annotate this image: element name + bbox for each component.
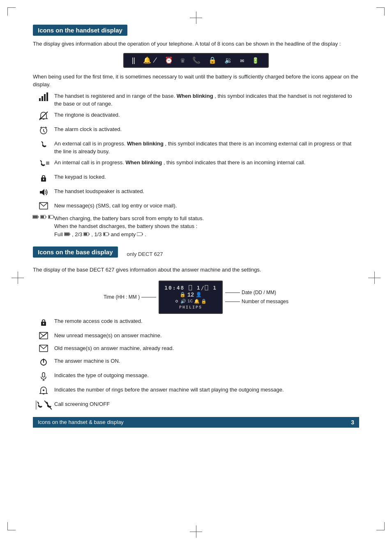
call-screen-on-icon	[35, 401, 43, 410]
person-icon-screen: 👤	[196, 292, 202, 298]
internal-call-icon-cell	[33, 159, 54, 170]
signal-desc: The handset is registered and in range o…	[54, 92, 359, 108]
battery-states	[32, 215, 55, 219]
corner-mark-tl	[7, 7, 16, 16]
svg-rect-22	[46, 216, 46, 217]
handset-section: Icons on the handset display The display…	[33, 25, 359, 238]
time-arrow-line	[141, 297, 156, 297]
handset-icon-bar: ‖ 🔔̸ ⏰ ☏ 📞 🔒 🔉 ✉ 🔋	[33, 53, 359, 68]
battery-icon-3	[48, 215, 55, 219]
messages-label-row: Number of messages	[225, 299, 288, 304]
lock2-icon-screen: 🔒	[201, 299, 207, 304]
base-icon-row-power: The answer machine is ON.	[33, 357, 359, 368]
handset-icon-row-alarm: The alarm clock is activated.	[33, 125, 359, 137]
base-envelope-old-icon	[39, 345, 48, 352]
num-1-screen: 12	[187, 292, 194, 298]
keypad-lock-icon	[39, 173, 48, 182]
page: Icons on the handset display The display…	[0, 0, 392, 555]
battery-icon-1	[32, 215, 39, 219]
power-icon-screen: ⭘	[175, 299, 179, 304]
svg-rect-45	[42, 373, 45, 377]
base-icon-row-call-screen: Call screening ON/OFF	[33, 400, 359, 410]
mic-icon-screen: 🔊	[180, 299, 186, 304]
base-msg-new-icon-cell	[33, 332, 54, 341]
svg-line-8	[44, 131, 45, 132]
lock-icon-bar: 🔒	[208, 57, 218, 64]
base-msg-old-icon-cell	[33, 344, 54, 354]
base-icon-row-mic: Indicates the type of outgoing message.	[33, 371, 359, 383]
svg-rect-4	[43, 119, 44, 120]
svg-rect-1	[42, 96, 43, 101]
external-call-icon	[39, 140, 48, 149]
base-mic-desc: Indicates the type of outgoing message.	[54, 371, 359, 380]
base-ring-count-icon-cell	[33, 386, 54, 397]
base-ring-count-icon	[39, 386, 48, 395]
base-icon-row-msg-old: Old message(s) on answer machine, alread…	[33, 344, 359, 354]
only-dect-label: only DECT 627	[127, 251, 163, 257]
base-icon-row-lock: The remote access code is activated.	[33, 317, 359, 329]
base-lock-icon	[39, 318, 48, 327]
battery-13-icon	[103, 232, 110, 236]
svg-rect-19	[38, 216, 39, 217]
handset-section-header: Icons on the handset display	[33, 25, 359, 40]
base-section-header-row: Icons on the base display only DECT 627	[33, 246, 359, 262]
base-power-icon-cell	[33, 357, 54, 368]
handset-title: Icons on the handset display	[33, 25, 127, 36]
svg-rect-33	[104, 233, 105, 235]
signal-bar-icon: ‖	[131, 57, 137, 64]
time-label: Time (HH : MM )	[104, 294, 156, 300]
battery-icon: 🔋	[252, 58, 261, 64]
signal-icon-cell	[33, 92, 54, 104]
date-arrow-line	[225, 292, 240, 293]
base-icon-table: The remote access code is activated. New…	[33, 317, 359, 410]
loudspeaker-desc: The handset loudspeaker is activated.	[54, 187, 359, 196]
external-call-icon-cell	[33, 140, 54, 151]
alarm-clock-icon-svg	[39, 126, 48, 135]
message-icon-cell	[33, 202, 54, 212]
footer-bar: Icons on the handset & base display 3	[33, 417, 359, 428]
diagram-left-col: Time (HH : MM )	[104, 294, 156, 300]
handset-icon-row-internal: An internal call is in progress. When bl…	[33, 159, 359, 170]
handset-icon-row-loudspeaker: The handset loudspeaker is activated.	[33, 187, 359, 199]
base-msg-new-desc: New unread message(s) on answer machine.	[54, 332, 359, 340]
screen-icon-row1: 🔒 12 👤	[164, 292, 217, 298]
base-icon-row-msg-new: New unread message(s) on answer machine.	[33, 332, 359, 341]
svg-rect-0	[39, 98, 41, 101]
svg-rect-36	[142, 234, 143, 235]
handset-icon-table: The handset is registered and in range o…	[33, 92, 359, 239]
lock-icon-screen: 🔒	[180, 292, 186, 298]
bell-icon-screen: 🔔	[194, 299, 200, 304]
svg-rect-18	[33, 216, 37, 218]
svg-rect-34	[108, 234, 109, 235]
base-mic-icon-cell	[33, 371, 54, 383]
base-call-screen-desc: Call screening ON/OFF	[54, 400, 359, 408]
speaker-icon: 🔉	[224, 57, 234, 64]
battery-icon-2	[40, 215, 47, 219]
date-label-row: Date (DD / MM)	[225, 290, 276, 295]
call-screen-off-icon	[44, 401, 52, 410]
crosshair-right	[368, 272, 380, 284]
svg-marker-15	[40, 189, 44, 196]
base-lock-desc: The remote access code is activated.	[54, 317, 359, 325]
ringtone-off-icon	[39, 111, 48, 120]
crosshair-bottom	[190, 525, 202, 538]
external-call-desc: An external call is in progress. When bl…	[54, 140, 359, 156]
alarm-icon-cell	[33, 125, 54, 137]
internal-call-desc: An internal call is in progress. When bl…	[54, 159, 359, 167]
base-section: Icons on the base display only DECT 627 …	[33, 246, 359, 410]
svg-rect-39	[43, 323, 44, 325]
screen-time-row: 10:48 ⎕ 1/⎕ 1	[164, 285, 217, 291]
handset-icon: 📞	[192, 57, 202, 64]
base-title: Icons on the base display	[33, 246, 118, 258]
svg-rect-28	[69, 234, 70, 235]
signal-bars-icon	[39, 92, 48, 101]
phone-icon: ☏	[181, 57, 187, 64]
base-intro: The display of the base DECT 627 gives i…	[33, 266, 359, 274]
svg-point-49	[43, 389, 44, 391]
base-power-icon	[39, 357, 48, 366]
corner-mark-br	[376, 522, 385, 530]
svg-rect-50	[35, 401, 37, 410]
base-ring-count-desc: Indicates the number of rings before the…	[54, 386, 359, 394]
handset-icon-row-signal: The handset is registered and in range o…	[33, 92, 359, 108]
alarm-clock-icon: ⏰	[165, 57, 175, 64]
